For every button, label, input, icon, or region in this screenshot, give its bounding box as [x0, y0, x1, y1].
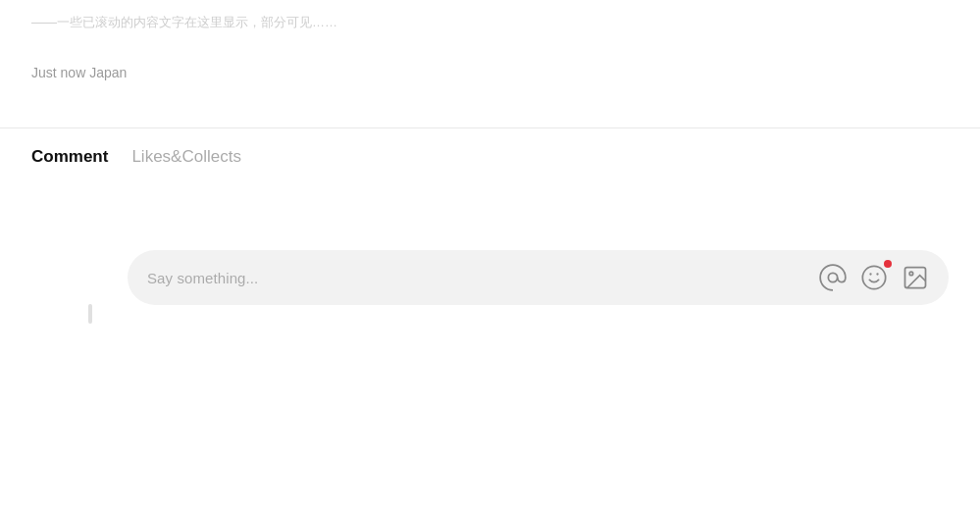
tab-likes-collects[interactable]: Likes&Collects — [131, 147, 241, 171]
partial-content-text: ——一些已滚动的内容文字在这里显示，部分可见…… — [31, 14, 337, 31]
svg-point-5 — [909, 272, 913, 276]
input-icons-group — [819, 264, 929, 291]
mention-button[interactable] — [819, 264, 847, 291]
mention-icon — [819, 264, 847, 291]
tab-comment[interactable]: Comment — [31, 147, 108, 171]
svg-point-1 — [862, 266, 885, 288]
top-content-partial: ——一些已滚动的内容文字在这里显示，部分可见…… — [0, 0, 980, 44]
emoji-icon — [860, 264, 888, 291]
comment-input-area: Say something... — [128, 250, 949, 305]
section-divider — [0, 128, 980, 128]
left-indicator — [88, 304, 92, 324]
emoji-button[interactable] — [860, 264, 888, 291]
notification-dot — [884, 260, 892, 268]
image-icon — [902, 264, 929, 291]
svg-point-0 — [828, 273, 837, 281]
metadata-section: Just now Japan — [31, 64, 949, 81]
image-button[interactable] — [902, 264, 929, 291]
comment-input-container[interactable]: Say something... — [128, 250, 949, 305]
metadata-text: Just now Japan — [31, 65, 127, 80]
tabs-container: Comment Likes&Collects — [31, 147, 241, 171]
comment-input-placeholder[interactable]: Say something... — [147, 270, 807, 286]
